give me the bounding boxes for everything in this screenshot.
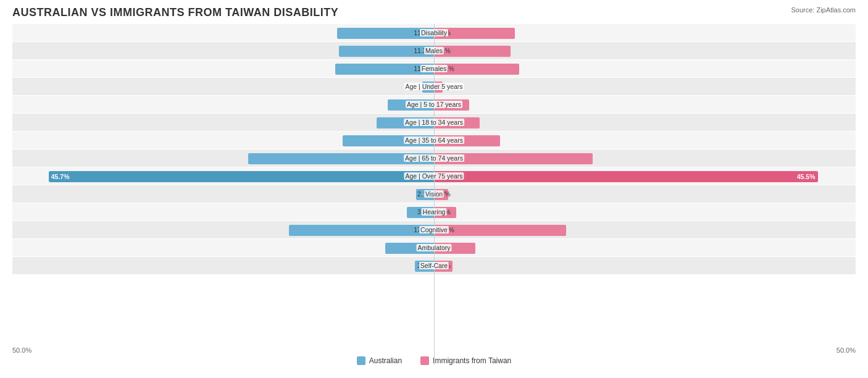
row-label: Age | 18 to 34 years	[404, 119, 464, 126]
legend-box-australian	[357, 356, 365, 365]
row-label: Ambulatory	[416, 244, 451, 251]
row-label: Cognitive	[419, 226, 449, 233]
chart-container: AUSTRALIAN VS IMMIGRANTS FROM TAIWAN DIS…	[0, 0, 868, 378]
axis-label-right: 50.0%	[837, 346, 856, 354]
row-label: Disability	[420, 29, 448, 36]
row-label: Age | Over 75 years	[404, 172, 464, 180]
row-label: Self-Care	[419, 262, 449, 269]
chart-title: AUSTRALIAN VS IMMIGRANTS FROM TAIWAN DIS…	[12, 6, 856, 19]
val-right: 45.5%	[797, 173, 816, 180]
row-label: Age | 5 to 17 years	[406, 101, 462, 108]
row-label: Age | Under 5 years	[404, 83, 464, 90]
source-label: Source: ZipAtlas.com	[791, 6, 856, 14]
row-label: Males	[424, 47, 444, 54]
legend-australian: Australian	[357, 356, 402, 365]
chart-area: 11.5% Disability 9.6% 11.3% Males 9.1% 1…	[12, 24, 856, 365]
row-label: Hearing	[422, 208, 447, 216]
row-label: Age | 35 to 64 years	[404, 136, 464, 144]
bar-left	[289, 225, 434, 236]
bar-right: 45.5%	[434, 171, 818, 182]
legend-label-australian: Australian	[369, 356, 402, 365]
row-label: Age | 65 to 74 years	[404, 154, 464, 162]
row-label: Females	[420, 65, 448, 72]
legend-label-immigrants: Immigrants from Taiwan	[433, 356, 511, 365]
axis-label-left: 50.0%	[12, 346, 31, 354]
legend-box-immigrants	[420, 356, 429, 365]
val-left: 45.7%	[51, 173, 70, 180]
bar-left: 45.7%	[49, 171, 434, 182]
row-label: Vision	[424, 190, 444, 198]
